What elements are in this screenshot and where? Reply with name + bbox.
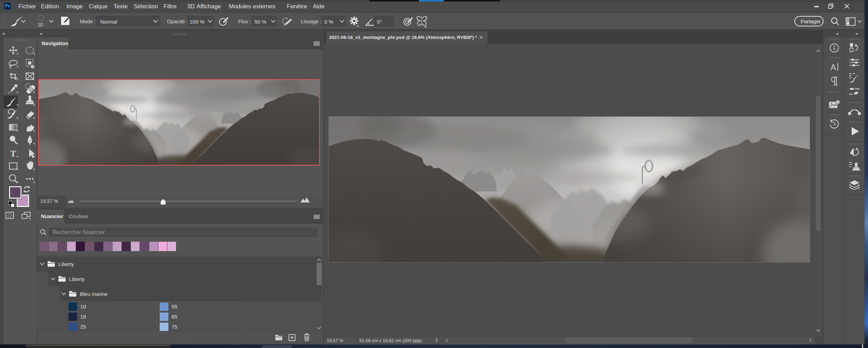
svg-text:T: T: [10, 149, 16, 159]
svg-text:A: A: [831, 63, 836, 72]
